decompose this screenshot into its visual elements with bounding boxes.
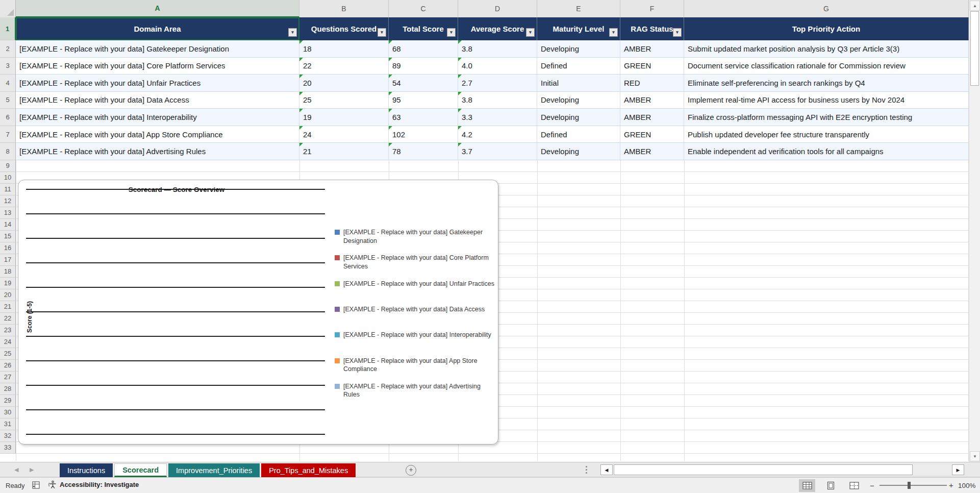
row-header-26[interactable]: 26	[0, 360, 16, 372]
filter-dropdown-icon[interactable]: ▾	[609, 28, 618, 37]
row-header-1[interactable]: 1	[0, 17, 16, 40]
row-header-29[interactable]: 29	[0, 395, 16, 407]
row-header-8[interactable]: 8	[0, 143, 16, 160]
cell-F3[interactable]: GREEN	[620, 58, 684, 75]
row-header-10[interactable]: 10	[0, 172, 16, 184]
row-header-6[interactable]: 6	[0, 109, 16, 126]
cell-B5[interactable]: 25	[299, 92, 389, 109]
zoom-out-icon[interactable]: −	[870, 481, 874, 490]
row-header-11[interactable]: 11	[0, 184, 16, 195]
accessibility-status-button[interactable]: Accessibility: Investigate	[48, 480, 139, 489]
tab-scrollbar-splitter-handle[interactable]	[586, 466, 587, 474]
table-header-top-priority-action[interactable]: Top Priority Action	[684, 17, 969, 40]
row-header-17[interactable]: 17	[0, 254, 16, 266]
column-header-G[interactable]: G	[684, 0, 969, 17]
cell-C8[interactable]: 78	[389, 143, 458, 160]
row-header-14[interactable]: 14	[0, 219, 16, 231]
scroll-down-icon[interactable]: ▼	[970, 451, 980, 461]
legend-item[interactable]: [EXAMPLE - Replace with your data] App S…	[335, 357, 497, 374]
row-header-19[interactable]: 19	[0, 278, 16, 289]
sheet-tab-improvement_priorities[interactable]: Improvement_Priorities	[168, 463, 260, 477]
cell-G8[interactable]: Enable independent ad verification tools…	[684, 143, 969, 160]
row-header-22[interactable]: 22	[0, 313, 16, 325]
cell-E6[interactable]: Developing	[537, 109, 620, 126]
row-header-28[interactable]: 28	[0, 383, 16, 395]
cell-F2[interactable]: AMBER	[620, 40, 684, 57]
filter-dropdown-icon[interactable]: ▾	[378, 28, 386, 37]
cell-B4[interactable]: 20	[299, 75, 389, 91]
legend-item[interactable]: [EXAMPLE - Replace with your data] Inter…	[335, 331, 497, 339]
cell-G5[interactable]: Implement real-time API access for busin…	[684, 92, 969, 109]
legend-item[interactable]: [EXAMPLE - Replace with your data] Unfai…	[335, 280, 497, 288]
zoom-slider-track[interactable]	[880, 485, 947, 486]
row-header-13[interactable]: 13	[0, 207, 16, 219]
cell-G2[interactable]: Submit updated market position analysis …	[684, 40, 969, 57]
table-header-average-score[interactable]: Average Score▾	[458, 17, 537, 40]
zoom-in-icon[interactable]: +	[949, 481, 953, 489]
cell-G6[interactable]: Finalize cross-platform messaging API wi…	[684, 109, 969, 126]
zoom-slider-thumb[interactable]	[908, 482, 911, 489]
cell-E8[interactable]: Developing	[537, 143, 620, 160]
cell-C2[interactable]: 68	[389, 40, 458, 57]
column-header-F[interactable]: F	[620, 0, 684, 17]
column-header-D[interactable]: D	[458, 0, 537, 17]
cell-C4[interactable]: 54	[389, 75, 458, 91]
cell-A3[interactable]: [EXAMPLE - Replace with your data] Core …	[16, 58, 299, 75]
row-header-30[interactable]: 30	[0, 407, 16, 418]
row-header-18[interactable]: 18	[0, 266, 16, 278]
table-header-domain-area[interactable]: Domain Area▾	[16, 17, 299, 40]
cell-F6[interactable]: AMBER	[620, 109, 684, 126]
column-header-C[interactable]: C	[389, 0, 458, 17]
cell-B8[interactable]: 21	[299, 143, 389, 160]
horizontal-scrollbar-thumb[interactable]	[614, 464, 913, 475]
row-header-20[interactable]: 20	[0, 289, 16, 301]
vertical-scrollbar[interactable]: ▲ ▼	[969, 0, 980, 462]
row-header-25[interactable]: 25	[0, 348, 16, 360]
row-header-21[interactable]: 21	[0, 301, 16, 313]
cell-A5[interactable]: [EXAMPLE - Replace with your data] Data …	[16, 92, 299, 109]
filter-dropdown-icon[interactable]: ▾	[288, 28, 297, 37]
page-break-preview-button[interactable]	[846, 479, 862, 492]
cell-B6[interactable]: 19	[299, 109, 389, 126]
row-header-15[interactable]: 15	[0, 231, 16, 242]
legend-item[interactable]: [EXAMPLE - Replace with your data] Data …	[335, 305, 497, 314]
column-header-A[interactable]: A	[16, 0, 299, 17]
cell-B3[interactable]: 22	[299, 58, 389, 75]
row-header-3[interactable]: 3	[0, 58, 16, 75]
cell-C3[interactable]: 89	[389, 58, 458, 75]
zoom-level-label[interactable]: 100%	[958, 482, 976, 489]
column-header-B[interactable]: B	[299, 0, 389, 17]
cell-D2[interactable]: 3.8	[458, 40, 537, 57]
cell-E3[interactable]: Defined	[537, 58, 620, 75]
cell-D7[interactable]: 4.2	[458, 126, 537, 143]
cell-F5[interactable]: AMBER	[620, 92, 684, 109]
prev-sheet-icon[interactable]: ◀	[14, 466, 18, 473]
macro-record-icon[interactable]	[32, 481, 41, 490]
cell-D4[interactable]: 2.7	[458, 75, 537, 91]
cell-B2[interactable]: 18	[299, 40, 389, 57]
cell-E7[interactable]: Defined	[537, 126, 620, 143]
row-header-24[interactable]: 24	[0, 336, 16, 348]
chart-panel[interactable]: Scorecard — Score Overview Score (1-5) […	[18, 180, 498, 445]
legend-item[interactable]: [EXAMPLE - Replace with your data] Core …	[335, 254, 497, 270]
cell-B7[interactable]: 24	[299, 126, 389, 143]
column-header-E[interactable]: E	[537, 0, 620, 17]
cell-F8[interactable]: AMBER	[620, 143, 684, 160]
table-header-questions-scored[interactable]: Questions Scored▾	[299, 17, 389, 40]
row-header-31[interactable]: 31	[0, 418, 16, 430]
row-header-4[interactable]: 4	[0, 75, 16, 92]
table-header-rag-status[interactable]: RAG Status▾	[620, 17, 684, 40]
cell-A2[interactable]: [EXAMPLE - Replace with your data] Gatek…	[16, 40, 299, 57]
cell-E2[interactable]: Developing	[537, 40, 620, 57]
row-header-7[interactable]: 7	[0, 126, 16, 143]
scroll-up-icon[interactable]: ▲	[970, 1, 980, 11]
legend-item[interactable]: [EXAMPLE - Replace with your data] Gatek…	[335, 228, 497, 245]
scroll-right-icon[interactable]: ▶	[952, 464, 964, 475]
cell-A6[interactable]: [EXAMPLE - Replace with your data] Inter…	[16, 109, 299, 126]
cell-A4[interactable]: [EXAMPLE - Replace with your data] Unfai…	[16, 75, 299, 91]
scroll-left-icon[interactable]: ◀	[600, 464, 613, 475]
cell-G3[interactable]: Document service classification rational…	[684, 58, 969, 75]
cell-C7[interactable]: 102	[389, 126, 458, 143]
cell-D3[interactable]: 4.0	[458, 58, 537, 75]
row-header-23[interactable]: 23	[0, 325, 16, 336]
